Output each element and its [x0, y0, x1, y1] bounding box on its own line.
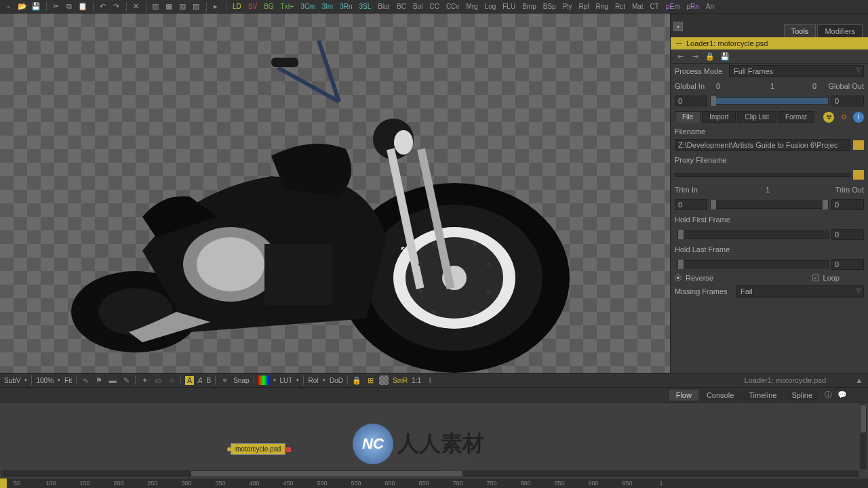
- tool-3im[interactable]: 3Im: [318, 3, 336, 10]
- global-out-input[interactable]: 0: [831, 96, 864, 106]
- lock-view-icon[interactable]: 🔒: [352, 375, 361, 385]
- browse-folder-icon[interactable]: [853, 140, 864, 150]
- circle-icon[interactable]: ○: [167, 375, 176, 385]
- tool-flu[interactable]: FLU: [499, 3, 519, 10]
- tool-bsp[interactable]: BSp: [540, 3, 559, 10]
- copy-icon[interactable]: ⧉: [63, 1, 75, 12]
- tab-tools[interactable]: Tools: [784, 24, 816, 37]
- filename-input[interactable]: Z:\Development\Artists Guide to Fusion 6…: [675, 139, 850, 151]
- tool-bmp[interactable]: Bmp: [519, 3, 540, 10]
- hold-last-input[interactable]: 0: [831, 259, 864, 270]
- tab-spline[interactable]: Spline: [785, 390, 819, 401]
- tool-pem[interactable]: pEm: [663, 3, 684, 10]
- tab-flow[interactable]: Flow: [669, 390, 698, 401]
- flow-scrollbar-vertical[interactable]: [860, 404, 867, 469]
- browse-proxy-folder-icon[interactable]: [853, 170, 864, 180]
- tool-sv[interactable]: SV: [245, 3, 260, 10]
- flag-icon[interactable]: ⚑: [94, 375, 104, 385]
- tool-cc[interactable]: CC: [426, 3, 442, 10]
- node-input-icon[interactable]: [227, 447, 231, 451]
- tool-3rn[interactable]: 3Rn: [336, 3, 355, 10]
- hold-first-input[interactable]: 0: [831, 229, 864, 240]
- tool-3cm[interactable]: 3Cm: [297, 3, 318, 10]
- flow-area[interactable]: motorcycle.psd: [0, 403, 868, 479]
- layout3-icon[interactable]: ▧: [176, 1, 189, 12]
- global-in-input[interactable]: 0: [675, 96, 707, 106]
- tool-ct[interactable]: CT: [647, 3, 663, 10]
- trim-in-input[interactable]: 0: [675, 199, 707, 210]
- channel-b[interactable]: B: [207, 377, 212, 384]
- smr-button[interactable]: SmR: [393, 377, 408, 384]
- info-icon[interactable]: i: [853, 112, 864, 123]
- lock-icon[interactable]: 🔒: [705, 52, 715, 61]
- snap-button[interactable]: Snap: [233, 377, 249, 384]
- tool-rng[interactable]: Rng: [593, 3, 612, 10]
- scroll-up-icon[interactable]: ▲: [854, 375, 864, 385]
- tool-bc[interactable]: BC: [393, 3, 410, 10]
- tab-modifiers[interactable]: Modifiers: [817, 24, 863, 37]
- lut-button[interactable]: LUT: [280, 377, 293, 384]
- polyline-icon[interactable]: ∿: [81, 375, 90, 385]
- collapse-icon[interactable]: —: [676, 40, 682, 47]
- process-mode-dropdown[interactable]: Full Frames: [729, 65, 864, 77]
- global-range-slider[interactable]: [710, 97, 829, 105]
- tab-console[interactable]: Console: [700, 390, 741, 401]
- zoom-dropdown[interactable]: 100%: [36, 377, 54, 384]
- link-icon[interactable]: ⚭: [220, 375, 229, 385]
- cut-icon[interactable]: ✂: [50, 1, 62, 12]
- tool-log[interactable]: Log: [481, 3, 500, 10]
- close-icon[interactable]: ✕: [130, 1, 142, 12]
- trim-out-input[interactable]: 0: [831, 199, 864, 210]
- tool-rct[interactable]: Rct: [612, 3, 629, 10]
- gear-icon[interactable]: ⚙: [838, 112, 849, 123]
- nuke-icon[interactable]: ☢: [823, 112, 834, 123]
- subtab-format[interactable]: Format: [778, 111, 814, 123]
- tool-ply[interactable]: Ply: [559, 3, 576, 10]
- layout4-icon[interactable]: ▨: [190, 1, 202, 12]
- paste-icon[interactable]: 📋: [77, 1, 89, 12]
- fit-button[interactable]: Fit: [64, 377, 72, 384]
- timeline-ruler[interactable]: 50 100 150 200 250 300 350 400 450 500 5…: [0, 479, 868, 488]
- histogram-icon[interactable]: ⫴: [425, 375, 435, 385]
- redo-icon[interactable]: ↷: [110, 1, 122, 12]
- pencil-icon[interactable]: ✎: [121, 375, 131, 385]
- info-tab-icon[interactable]: ⓘ: [823, 390, 833, 401]
- rect-icon[interactable]: ▭: [153, 375, 163, 385]
- subtab-cliplist[interactable]: Clip List: [737, 111, 776, 123]
- new-icon[interactable]: ▫: [3, 1, 15, 12]
- chat-tab-icon[interactable]: 💬: [837, 390, 848, 401]
- tool-3sl[interactable]: 3SL: [355, 3, 374, 10]
- flow-scrollbar-horizontal[interactable]: [1, 470, 859, 477]
- viewport[interactable]: ↖: [0, 14, 670, 373]
- trim-slider[interactable]: [710, 201, 829, 209]
- tool-ld[interactable]: LD: [229, 3, 245, 10]
- tool-txt[interactable]: Txt+: [277, 3, 298, 10]
- save-icon[interactable]: 💾: [30, 1, 42, 12]
- hold-last-slider[interactable]: [677, 260, 829, 268]
- timeline-marker[interactable]: [0, 479, 7, 488]
- wand-icon[interactable]: ✦: [140, 375, 149, 385]
- flow-node-loader[interactable]: motorcycle.psd: [231, 443, 285, 455]
- hold-first-slider[interactable]: [677, 230, 829, 239]
- bins-icon[interactable]: ▸: [210, 1, 222, 12]
- subtab-file[interactable]: File: [675, 111, 701, 123]
- dod-button[interactable]: DoD: [330, 377, 343, 384]
- checker-icon[interactable]: [379, 375, 389, 385]
- rgb-icon[interactable]: [258, 375, 269, 385]
- roi-button[interactable]: RoI: [308, 377, 319, 384]
- controls-icon[interactable]: ⊞: [366, 375, 375, 385]
- layout2-icon[interactable]: ▦: [163, 1, 175, 12]
- subtab-import[interactable]: Import: [702, 111, 736, 123]
- undo-icon[interactable]: ↶: [96, 1, 108, 12]
- tool-rpl[interactable]: Rpl: [576, 3, 593, 10]
- tool-mrg[interactable]: Mrg: [462, 3, 481, 10]
- layout1-icon[interactable]: ▥: [149, 1, 161, 12]
- tab-timeline[interactable]: Timeline: [742, 390, 783, 401]
- pin-start-icon[interactable]: ⇤: [675, 52, 686, 61]
- subv-dropdown[interactable]: SubV: [4, 377, 20, 384]
- reverse-radio[interactable]: [675, 274, 682, 281]
- tool-prn[interactable]: pRn: [684, 3, 703, 10]
- channel-a-italic[interactable]: A: [198, 377, 203, 384]
- node-header[interactable]: — Loader1: motorcycle.psd: [671, 37, 868, 49]
- loop-checkbox[interactable]: ✓: [812, 274, 819, 281]
